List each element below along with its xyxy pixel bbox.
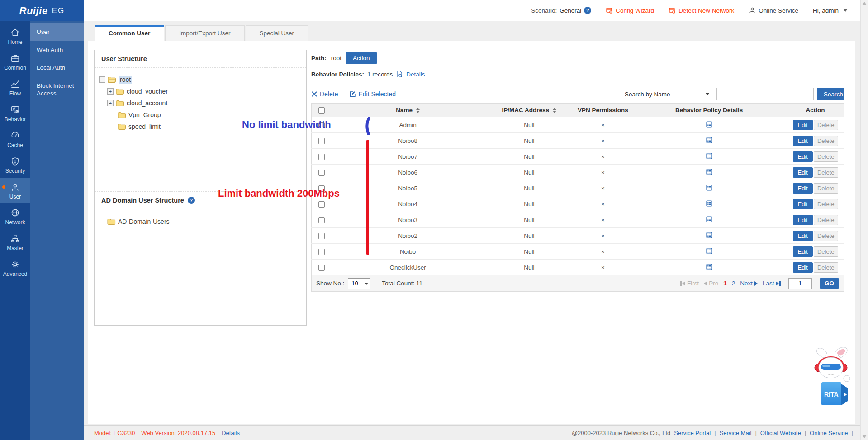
- row-checkbox[interactable]: [318, 138, 325, 144]
- row-checkbox[interactable]: [318, 249, 325, 255]
- delete-button[interactable]: Delete: [814, 262, 838, 273]
- sort-icon[interactable]: [553, 108, 556, 113]
- tree-node-label[interactable]: root: [119, 76, 132, 84]
- sidebar-item-cache[interactable]: Cache: [0, 126, 30, 152]
- page-number-current[interactable]: 1: [723, 280, 727, 287]
- select-all-checkbox[interactable]: [318, 107, 325, 114]
- online-service-link[interactable]: Online Service: [810, 430, 848, 436]
- vertical-scrollbar[interactable]: [860, 0, 868, 440]
- edit-button[interactable]: Edit: [793, 246, 813, 257]
- tree-node-ad-domain-users[interactable]: AD-Domain-Users: [107, 216, 302, 227]
- goto-page-input[interactable]: [788, 278, 812, 289]
- go-button[interactable]: GO: [820, 278, 839, 289]
- page-size-select[interactable]: 10: [348, 278, 370, 289]
- behavior-policy-details-icon[interactable]: [706, 121, 713, 128]
- row-checkbox[interactable]: [318, 265, 325, 271]
- behavior-policy-details-icon[interactable]: [706, 232, 713, 239]
- edit-button[interactable]: Edit: [793, 215, 813, 225]
- behavior-policy-details-icon[interactable]: [706, 263, 713, 270]
- scenario-help-icon[interactable]: ?: [584, 7, 591, 14]
- tab-common-user[interactable]: Common User: [95, 25, 164, 41]
- behavior-policies-details-link[interactable]: Details: [406, 71, 425, 78]
- sidebar-item-flow[interactable]: Flow: [0, 75, 30, 100]
- scroll-down-icon[interactable]: [862, 435, 867, 438]
- sort-icon[interactable]: [416, 108, 420, 113]
- delete-button[interactable]: Delete: [814, 120, 838, 130]
- delete-button[interactable]: Delete: [814, 231, 838, 241]
- search-input[interactable]: [716, 88, 814, 100]
- sidebar-item-advanced[interactable]: Advanced: [0, 255, 30, 281]
- edit-button[interactable]: Edit: [793, 183, 813, 194]
- edit-button[interactable]: Edit: [793, 262, 813, 273]
- row-checkbox[interactable]: [318, 170, 325, 176]
- submenu-item-block-internet-access[interactable]: Block Internet Access: [30, 77, 84, 103]
- sidebar-item-user[interactable]: User: [0, 178, 30, 203]
- submenu-item-web-auth[interactable]: Web Auth: [30, 41, 84, 59]
- expand-icon[interactable]: +: [107, 100, 114, 106]
- sidebar-item-behavior[interactable]: Behavior: [0, 100, 30, 126]
- sidebar-item-security[interactable]: Security: [0, 152, 30, 178]
- sidebar-item-common[interactable]: Common: [0, 49, 30, 75]
- delete-button[interactable]: Delete: [814, 199, 838, 209]
- search-filter-select[interactable]: Search by Name: [621, 88, 713, 100]
- tree-node-label[interactable]: AD-Domain-Users: [118, 218, 170, 225]
- delete-button[interactable]: Delete: [814, 246, 838, 257]
- behavior-policy-details-icon[interactable]: [706, 247, 713, 255]
- tree-node-label[interactable]: cloud_account: [127, 99, 167, 107]
- tab-special-user[interactable]: Special User: [246, 25, 308, 41]
- action-button[interactable]: Action: [346, 52, 377, 64]
- delete-button[interactable]: Delete: [814, 167, 838, 178]
- service-mail-link[interactable]: Service Mail: [720, 430, 752, 436]
- tree-node-root[interactable]: - root: [99, 74, 302, 85]
- detect-new-network-button[interactable]: Detect New Network: [669, 7, 734, 14]
- tree-node-label[interactable]: Vpn_Group: [128, 111, 161, 118]
- edit-button[interactable]: Edit: [793, 167, 813, 178]
- collapse-icon[interactable]: -: [99, 76, 105, 83]
- behavior-policy-details-icon[interactable]: [706, 137, 713, 144]
- config-wizard-button[interactable]: Config Wizard: [606, 7, 654, 14]
- user-menu[interactable]: Hi, admin: [813, 7, 848, 14]
- service-portal-link[interactable]: Service Portal: [674, 430, 711, 436]
- behavior-policy-details-icon[interactable]: [706, 152, 713, 160]
- official-website-link[interactable]: Official Website: [760, 430, 801, 436]
- submenu-item-local-auth[interactable]: Local Auth: [30, 59, 84, 77]
- page-number-2[interactable]: 2: [732, 280, 735, 287]
- tree-node-cloud-voucher[interactable]: + cloud_voucher: [99, 85, 302, 97]
- edit-selected-button[interactable]: Edit Selected: [350, 90, 396, 98]
- tree-node-cloud-account[interactable]: + cloud_account: [99, 97, 302, 109]
- behavior-policy-details-icon[interactable]: [706, 168, 713, 175]
- tab-import-export-user[interactable]: Import/Export User: [165, 25, 244, 41]
- tree-node-label[interactable]: cloud_voucher: [127, 88, 168, 95]
- sidebar-item-home[interactable]: Home: [0, 23, 30, 49]
- row-checkbox[interactable]: [318, 233, 325, 239]
- delete-button[interactable]: Delete: [814, 183, 838, 194]
- edit-button[interactable]: Edit: [793, 136, 813, 146]
- tree-node-label[interactable]: speed_limit: [128, 123, 161, 130]
- row-checkbox[interactable]: [318, 217, 325, 223]
- footer-details-link[interactable]: Details: [222, 430, 240, 436]
- expand-icon[interactable]: +: [107, 88, 114, 95]
- edit-button[interactable]: Edit: [793, 120, 813, 130]
- edit-button[interactable]: Edit: [793, 151, 813, 162]
- delete-button[interactable]: Delete: [814, 151, 838, 162]
- rita-mascot[interactable]: RITA: [807, 346, 854, 414]
- behavior-policy-details-icon[interactable]: [706, 184, 713, 191]
- row-checkbox[interactable]: [318, 201, 325, 208]
- sidebar-item-master[interactable]: Master: [0, 229, 30, 255]
- delete-button[interactable]: Delete: [814, 136, 838, 146]
- ip-mac-header[interactable]: IP/MAC Address: [484, 104, 574, 117]
- name-header[interactable]: Name: [332, 104, 484, 117]
- first-page-button[interactable]: First: [680, 280, 699, 287]
- last-page-button[interactable]: Last: [763, 280, 781, 287]
- search-button[interactable]: Search: [817, 88, 844, 100]
- behavior-policy-details-icon[interactable]: [706, 216, 713, 223]
- row-checkbox[interactable]: [318, 154, 325, 160]
- behavior-policy-details-icon[interactable]: [706, 200, 713, 207]
- edit-button[interactable]: Edit: [793, 199, 813, 209]
- online-service-button[interactable]: Online Service: [749, 7, 798, 14]
- prev-page-button[interactable]: Pre: [704, 280, 718, 287]
- scroll-up-icon[interactable]: [862, 2, 867, 5]
- delete-selected-button[interactable]: Delete: [311, 90, 338, 98]
- submenu-item-user[interactable]: User: [30, 23, 84, 41]
- sidebar-item-network[interactable]: Network: [0, 203, 30, 229]
